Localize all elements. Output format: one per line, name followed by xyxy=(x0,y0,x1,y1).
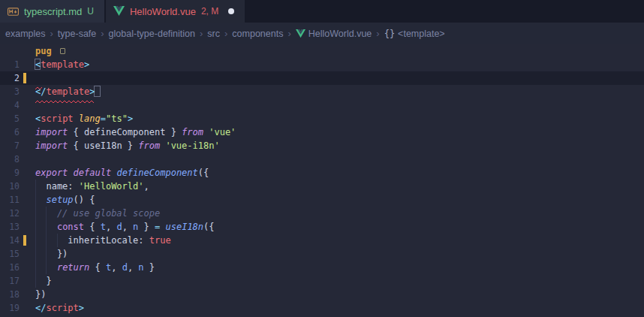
token: return xyxy=(57,262,89,273)
breadcrumb-item--template-[interactable]: {}<template> xyxy=(384,29,445,39)
code-line[interactable]: 6import { defineComponent } from 'vue' xyxy=(0,125,644,139)
token xyxy=(35,262,57,273)
breadcrumb-item-examples[interactable]: examples xyxy=(5,29,46,39)
token: const xyxy=(57,222,84,232)
code-line[interactable]: 14 inheritLocale: true xyxy=(0,234,644,247)
error-squiggle xyxy=(35,94,95,98)
breadcrumb-label: src xyxy=(207,29,220,39)
error-squiggle xyxy=(35,67,89,71)
code-line[interactable]: 16 return { t, d, n } xyxy=(0,261,644,274)
line-number: 4 xyxy=(0,98,20,112)
chevron-right-icon: › xyxy=(376,28,379,39)
code-line[interactable]: 9export default defineComponent({ xyxy=(0,166,644,180)
code-line[interactable]: 19</script> xyxy=(0,301,644,315)
token: import xyxy=(35,140,68,151)
template-lang-hint-row: pug xyxy=(0,44,644,58)
breadcrumb-item-type-safe[interactable]: type-safe xyxy=(58,29,96,39)
token: 'vue' xyxy=(209,127,236,137)
git-modified-indicator xyxy=(23,235,26,246)
code-text: </script> xyxy=(35,301,84,315)
line-number: 5 xyxy=(0,112,20,125)
tab-typescript-md[interactable]: typescript.mdU xyxy=(0,0,104,23)
token: } xyxy=(144,262,155,273)
code-line[interactable]: 15 }) xyxy=(0,247,644,261)
chevron-right-icon: › xyxy=(200,28,203,39)
code-text: const { t, d, n } = useI18n({ xyxy=(35,220,215,234)
code-text: setup() { xyxy=(35,193,95,207)
code-line[interactable]: 4 xyxy=(0,98,644,112)
code-text: return { t, d, n } xyxy=(35,261,155,274)
dirty-indicator[interactable] xyxy=(228,8,234,14)
tab-helloworld-vue[interactable]: HelloWorld.vue2, M xyxy=(106,0,245,23)
line-number: 6 xyxy=(0,125,20,139)
code-line[interactable]: 13 const { t, d, n } = useI18n({ xyxy=(0,220,644,234)
code-text: } xyxy=(35,274,52,288)
line-number: 2 xyxy=(0,71,20,85)
code-line[interactable]: 10 name: 'HelloWorld', xyxy=(0,180,644,193)
token: }) xyxy=(35,289,46,300)
code-line[interactable]: 1<template> xyxy=(0,58,644,71)
line-number: 14 xyxy=(0,234,20,247)
chevron-right-icon: › xyxy=(287,28,290,39)
token: n xyxy=(138,262,143,273)
token: > xyxy=(128,113,133,124)
vue-icon xyxy=(113,6,125,16)
token: } xyxy=(35,276,52,286)
token: d xyxy=(116,222,122,232)
template-lang-hint[interactable]: pug xyxy=(35,44,52,58)
breadcrumb-item-helloworld-vue[interactable]: HelloWorld.vue xyxy=(296,29,372,39)
code-line[interactable]: 18}) xyxy=(0,288,644,301)
markdown-icon xyxy=(8,6,19,17)
token: { xyxy=(89,262,106,273)
breadcrumb-item-components[interactable]: components xyxy=(232,29,283,39)
code-text: import { useI18n } from 'vue-i18n' xyxy=(35,139,220,152)
token xyxy=(68,168,73,178)
code-text: export default defineComponent({ xyxy=(35,166,209,180)
token: script xyxy=(41,113,73,124)
token: } xyxy=(138,222,155,232)
code-text: import { defineComponent } from 'vue' xyxy=(35,125,236,139)
code-text: // use global scope xyxy=(35,207,160,220)
token: ({ xyxy=(198,168,209,178)
chevron-right-icon: › xyxy=(224,28,227,39)
code-line[interactable]: 2 xyxy=(0,71,644,85)
code-text: }) xyxy=(35,247,68,261)
hint-box-icon[interactable] xyxy=(60,48,65,54)
line-number: 8 xyxy=(0,152,20,166)
token: > xyxy=(79,303,84,313)
line-number: 16 xyxy=(0,261,20,274)
token: 'vue-i18n' xyxy=(165,140,219,151)
code-lines: 1<template>23</template>45<script lang="… xyxy=(0,58,644,315)
breadcrumb-item-src[interactable]: src xyxy=(207,29,220,39)
breadcrumb-item-global-type-definition[interactable]: global-type-definition xyxy=(109,29,195,39)
line-number: 18 xyxy=(0,288,20,301)
token: { xyxy=(84,222,101,232)
token: export xyxy=(35,168,68,178)
code-line[interactable]: 5<script lang="ts"> xyxy=(0,112,644,125)
line-number: 9 xyxy=(0,166,20,180)
token: from xyxy=(182,127,203,137)
line-number: 3 xyxy=(0,85,20,98)
code-editor[interactable]: pug 1<template>23</template>45<script la… xyxy=(0,44,644,317)
token: import xyxy=(35,127,68,137)
code-line[interactable]: 17 } xyxy=(0,274,644,288)
token xyxy=(35,222,57,232)
breadcrumb-label: type-safe xyxy=(58,29,96,39)
code-text: }) xyxy=(35,288,46,301)
code-line[interactable]: 12 // use global scope xyxy=(0,207,644,220)
error-squiggle xyxy=(35,80,43,84)
code-text: inheritLocale: true xyxy=(35,234,171,247)
token: default xyxy=(74,168,112,178)
code-line[interactable]: 8 xyxy=(0,152,644,166)
bracket-match-box xyxy=(94,86,100,97)
token: }) xyxy=(35,249,68,259)
code-line[interactable]: 3</template> xyxy=(0,85,644,98)
line-number: 13 xyxy=(0,220,20,234)
code-line[interactable]: 7import { useI18n } from 'vue-i18n' xyxy=(0,139,644,152)
vscode-editor-window: typescript.mdUHelloWorld.vue2, M example… xyxy=(0,0,644,317)
line-number: 7 xyxy=(0,139,20,152)
code-line[interactable]: 11 setup() { xyxy=(0,193,644,207)
editor-tab-bar: typescript.mdUHelloWorld.vue2, M xyxy=(0,0,644,23)
token: inheritLocale: xyxy=(35,235,149,246)
code-text: name: 'HelloWorld', xyxy=(35,180,149,193)
